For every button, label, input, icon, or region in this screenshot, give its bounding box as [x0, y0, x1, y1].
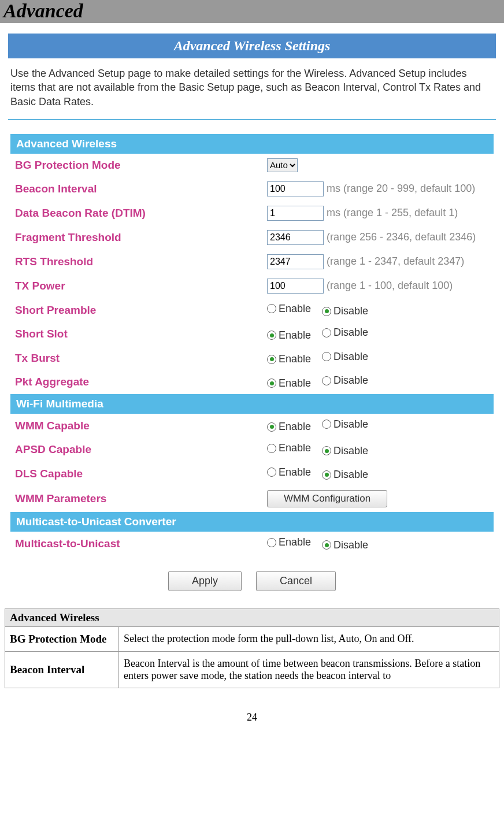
label-txpower: TX Power: [10, 274, 262, 298]
apply-button[interactable]: Apply: [168, 571, 242, 591]
rts-input[interactable]: [267, 254, 324, 269]
radio-icon: [267, 355, 276, 364]
m2u-disable[interactable]: Disable: [322, 539, 368, 551]
label-dls-capable: DLS Capable: [10, 462, 262, 486]
page-number: 24: [0, 695, 504, 726]
radio-icon: [322, 540, 331, 550]
label-short-slot: Short Slot: [10, 322, 262, 346]
pkt-aggregate-disable[interactable]: Disable: [322, 374, 368, 387]
radio-icon: [322, 376, 331, 385]
label-pkt-aggregate: Pkt Aggregate: [10, 370, 262, 394]
wmm-capable-enable[interactable]: Enable: [267, 421, 311, 433]
radio-icon: [322, 420, 331, 429]
divider: [8, 119, 496, 120]
dtim-hint: ms (range 1 - 255, default 1): [327, 207, 458, 218]
label-bg-protection: BG Protection Mode: [10, 154, 262, 177]
doc-table: Advanced Wireless BG Protection Mode Sel…: [5, 608, 499, 688]
apsd-capable-enable[interactable]: Enable: [267, 442, 311, 454]
intro-text: Use the Advanced Setup page to make deta…: [0, 66, 504, 109]
fragment-hint: (range 256 - 2346, default 2346): [327, 231, 476, 243]
radio-icon: [267, 331, 276, 340]
txpower-hint: (range 1 - 100, default 100): [327, 280, 453, 291]
page-title-bar: Advanced: [0, 0, 504, 23]
beacon-interval-hint: ms (range 20 - 999, default 100): [327, 183, 475, 194]
page-title: Advanced: [3, 0, 83, 21]
dtim-input[interactable]: [267, 206, 324, 221]
short-slot-disable[interactable]: Disable: [322, 326, 368, 339]
tx-burst-disable[interactable]: Disable: [322, 351, 368, 363]
radio-icon: [322, 328, 331, 337]
radio-icon: [267, 444, 276, 453]
doc-row-name: Beacon Interval: [5, 651, 119, 688]
section-header-advanced: Advanced Wireless: [10, 134, 494, 154]
radio-icon: [322, 352, 331, 361]
radio-icon: [322, 307, 331, 316]
doc-table-header: Advanced Wireless: [5, 608, 499, 626]
wmm-capable-disable[interactable]: Disable: [322, 418, 368, 431]
section-header-wmm: Wi-Fi Multimedia: [10, 394, 494, 414]
doc-row-desc: Beacon Interval is the amount of time be…: [119, 651, 499, 688]
doc-row-desc: Select the protection mode form the pull…: [119, 626, 499, 651]
label-wmm-capable: WMM Capable: [10, 414, 262, 438]
label-tx-burst: Tx Burst: [10, 346, 262, 370]
section-header-multicast: Multicast-to-Unicast Converter: [10, 512, 494, 532]
label-fragment: Fragment Threshold: [10, 225, 262, 250]
label-multicast-to-unicast: Multicast-to-Unicast: [10, 532, 262, 556]
radio-icon: [267, 538, 276, 547]
label-rts: RTS Threshold: [10, 250, 262, 274]
panel-title: Advanced Wireless Settings: [8, 34, 496, 58]
tx-burst-enable[interactable]: Enable: [267, 353, 311, 365]
short-preamble-enable[interactable]: Enable: [267, 303, 311, 315]
radio-icon: [322, 470, 331, 480]
doc-row-name: BG Protection Mode: [5, 626, 119, 651]
bg-protection-select[interactable]: Auto: [267, 158, 298, 172]
pkt-aggregate-enable[interactable]: Enable: [267, 377, 311, 389]
wmm-configuration-button[interactable]: WMM Configuration: [267, 490, 387, 507]
txpower-input[interactable]: [267, 279, 324, 294]
apsd-capable-disable[interactable]: Disable: [322, 445, 368, 457]
cancel-button[interactable]: Cancel: [256, 571, 336, 591]
short-preamble-disable[interactable]: Disable: [322, 305, 368, 317]
label-apsd-capable: APSD Capable: [10, 437, 262, 462]
radio-icon: [267, 422, 276, 432]
radio-icon: [267, 379, 276, 388]
label-beacon-interval: Beacon Interval: [10, 177, 262, 201]
short-slot-enable[interactable]: Enable: [267, 329, 311, 342]
radio-icon: [322, 446, 331, 455]
dls-capable-enable[interactable]: Enable: [267, 466, 311, 478]
fragment-input[interactable]: [267, 230, 324, 245]
label-dtim: Data Beacon Rate (DTIM): [10, 201, 262, 225]
label-wmm-params: WMM Parameters: [10, 485, 262, 512]
rts-hint: (range 1 - 2347, default 2347): [327, 255, 464, 267]
radio-icon: [267, 467, 276, 477]
radio-icon: [267, 304, 276, 313]
dls-capable-disable[interactable]: Disable: [322, 469, 368, 481]
m2u-enable[interactable]: Enable: [267, 536, 311, 548]
beacon-interval-input[interactable]: [267, 181, 324, 196]
label-short-preamble: Short Preamble: [10, 298, 262, 322]
